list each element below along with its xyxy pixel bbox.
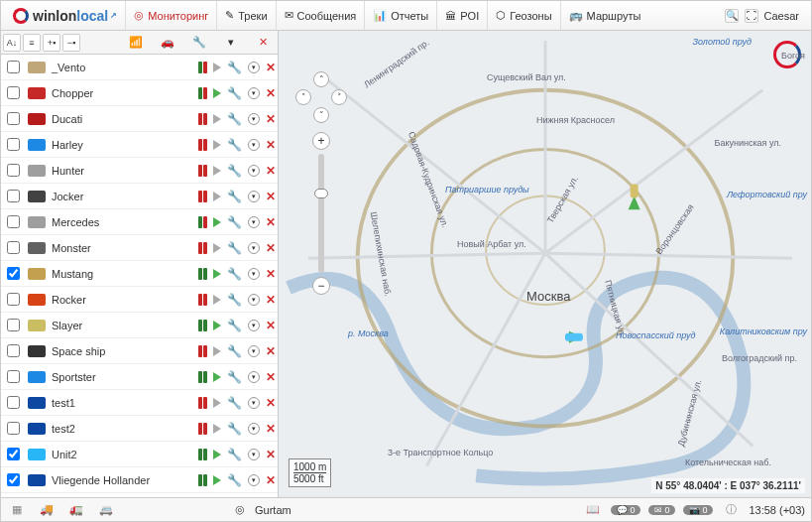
unit-checkbox[interactable] (7, 370, 20, 383)
delete-button[interactable]: ✕ (266, 112, 276, 126)
vehicle1-icon[interactable]: 🚚 (37, 502, 57, 518)
unit-checkbox[interactable] (7, 112, 20, 125)
company-link[interactable]: Gurtam (255, 504, 291, 516)
remove-button[interactable]: −▪ (62, 34, 80, 52)
tab-треки[interactable]: ✎Треки (216, 1, 275, 30)
settings-icon[interactable]: 🔧 (227, 344, 242, 358)
settings-icon[interactable]: 🔧 (227, 422, 242, 436)
track-play-button[interactable] (213, 398, 221, 408)
unit-checkbox[interactable] (7, 138, 20, 151)
tab-отчеты[interactable]: 📊Отчеты (364, 1, 436, 30)
unit-row[interactable]: test1🔧▾✕ (1, 390, 278, 416)
dropdown-button[interactable]: ▾ (248, 320, 260, 331)
delete-button[interactable]: ✕ (266, 293, 276, 307)
delete-button[interactable]: ✕ (266, 370, 276, 384)
unit-row[interactable]: Hunter🔧▾✕ (1, 158, 278, 184)
unit-checkbox[interactable] (7, 164, 20, 177)
track-play-button[interactable] (213, 424, 221, 434)
add-button[interactable]: +▪ (43, 34, 60, 52)
settings-icon[interactable]: 🔧 (227, 293, 242, 307)
dropdown-button[interactable]: ▾ (248, 87, 260, 99)
delete-button[interactable]: ✕ (266, 448, 276, 461)
unit-checkbox[interactable] (7, 396, 20, 409)
delete-button[interactable]: ✕ (266, 190, 276, 203)
zoom-slider-track[interactable] (318, 154, 324, 273)
unit-checkbox[interactable] (7, 319, 20, 331)
settings-icon[interactable]: 🔧 (227, 370, 242, 384)
zoom-out-button[interactable]: − (312, 277, 330, 295)
unit-checkbox[interactable] (7, 86, 20, 99)
track-play-button[interactable] (213, 217, 221, 227)
info-icon[interactable]: ⓘ (721, 502, 741, 518)
user-name[interactable]: Caesar (764, 10, 799, 22)
col-motion-icon[interactable]: 🚗 (161, 36, 174, 49)
vehicle2-icon[interactable]: 🚛 (66, 502, 86, 518)
dropdown-button[interactable]: ▾ (248, 294, 260, 306)
tab-геозоны[interactable]: ⬡Геозоны (487, 1, 559, 30)
settings-icon[interactable]: 🔧 (227, 61, 242, 74)
track-play-button[interactable] (213, 372, 221, 382)
col-delete-icon[interactable]: ✕ (256, 36, 270, 49)
settings-icon[interactable]: 🔧 (227, 164, 242, 178)
dropdown-button[interactable]: ▾ (248, 268, 260, 280)
delete-button[interactable]: ✕ (266, 344, 276, 358)
track-play-button[interactable] (213, 321, 221, 330)
unit-row[interactable]: test2🔧▾✕ (1, 416, 278, 442)
pan-left-button[interactable]: ˂ (295, 89, 311, 105)
pan-down-button[interactable]: ˅ (313, 107, 329, 123)
delete-button[interactable]: ✕ (266, 86, 276, 100)
search-icon[interactable]: 🔍 (725, 9, 739, 23)
dropdown-button[interactable]: ▾ (248, 345, 260, 357)
unit-row[interactable]: Slayer🔧▾✕ (1, 313, 278, 338)
track-play-button[interactable] (213, 243, 221, 253)
settings-icon[interactable]: 🔧 (227, 112, 242, 126)
unit-row[interactable]: Sportster🔧▾✕ (1, 364, 278, 390)
unit-checkbox[interactable] (7, 422, 20, 435)
list-view-button[interactable]: ≡ (23, 34, 41, 52)
unit-row[interactable]: Harley🔧▾✕ (1, 132, 278, 158)
dropdown-button[interactable]: ▾ (248, 216, 260, 228)
col-menu-icon[interactable]: ▾ (224, 36, 238, 49)
settings-icon[interactable]: 🔧 (227, 473, 242, 487)
unit-checkbox[interactable] (7, 293, 20, 306)
unit-row[interactable]: Chopper🔧▾✕ (1, 80, 278, 106)
unit-checkbox[interactable] (7, 448, 20, 460)
delete-button[interactable]: ✕ (266, 138, 276, 152)
sort-az-button[interactable]: A↓ (3, 34, 21, 52)
dropdown-button[interactable]: ▾ (248, 113, 260, 125)
track-play-button[interactable] (213, 114, 221, 124)
col-settings-icon[interactable]: 🔧 (192, 36, 206, 49)
tab-мониторинг[interactable]: ◎Мониторинг (125, 1, 216, 30)
pan-right-button[interactable]: ˃ (331, 89, 347, 105)
chat-badge[interactable]: 💬0 (611, 505, 640, 515)
unit-row[interactable]: _Vento🔧▾✕ (1, 55, 278, 80)
dropdown-button[interactable]: ▾ (248, 191, 260, 202)
track-play-button[interactable] (213, 295, 221, 305)
zoom-in-button[interactable]: + (312, 132, 330, 150)
settings-icon[interactable]: 🔧 (227, 190, 242, 203)
pan-up-button[interactable]: ˄ (313, 71, 329, 87)
unit-checkbox[interactable] (7, 61, 20, 73)
tab-сообщения[interactable]: ✉Сообщения (276, 1, 365, 30)
dropdown-button[interactable]: ▾ (248, 62, 260, 73)
track-play-button[interactable] (213, 269, 221, 279)
book-icon[interactable]: 📖 (583, 502, 603, 518)
track-play-button[interactable] (213, 475, 221, 485)
mail-badge[interactable]: ✉0 (648, 505, 675, 515)
unit-checkbox[interactable] (7, 241, 20, 254)
delete-button[interactable]: ✕ (266, 267, 276, 281)
unit-row[interactable]: Mustang🔧▾✕ (1, 261, 278, 287)
unit-row[interactable]: Mercedes🔧▾✕ (1, 209, 278, 235)
settings-icon[interactable]: 🔧 (227, 319, 242, 332)
delete-button[interactable]: ✕ (266, 215, 276, 229)
unit-checkbox[interactable] (7, 267, 20, 280)
track-play-button[interactable] (213, 450, 221, 459)
tab-poi[interactable]: 🏛POI (436, 1, 487, 30)
zoom-slider-thumb[interactable] (314, 189, 328, 198)
dropdown-button[interactable]: ▾ (248, 371, 260, 383)
track-play-button[interactable] (213, 140, 221, 150)
tab-маршруты[interactable]: 🚌Маршруты (560, 1, 649, 30)
settings-icon[interactable]: 🔧 (227, 138, 242, 152)
unit-row[interactable]: Ducati🔧▾✕ (1, 106, 278, 132)
track-play-button[interactable] (213, 63, 221, 72)
